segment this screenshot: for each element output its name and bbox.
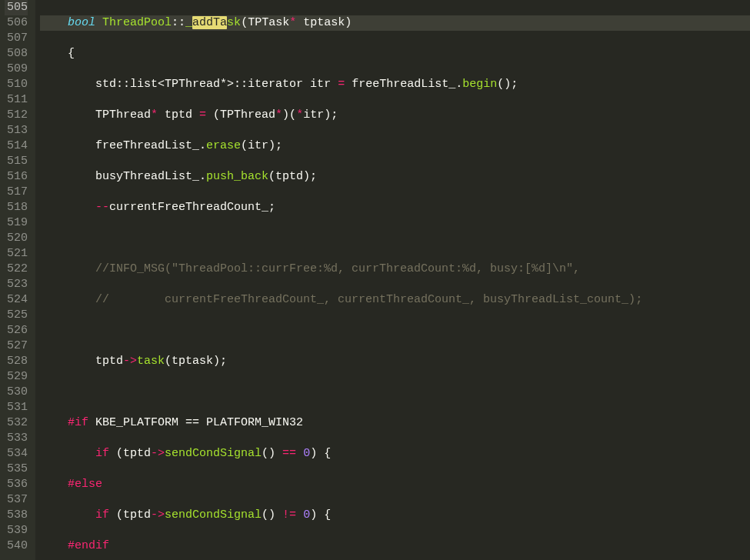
- code-line[interactable]: [40, 323, 750, 338]
- line-number: 537: [5, 492, 28, 508]
- comment: // currentFreeThreadCount_, currentThrea…: [40, 293, 642, 306]
- line-number: 523: [5, 277, 28, 292]
- code-line[interactable]: [40, 385, 750, 400]
- line-number: 510: [5, 77, 28, 92]
- line-number: 520: [5, 231, 28, 246]
- fn-begin: begin: [462, 78, 497, 91]
- keyword-bool: bool: [68, 16, 95, 29]
- line-number: 506: [5, 15, 28, 31]
- line-number: 505: [5, 0, 28, 15]
- code-line[interactable]: #else: [40, 477, 750, 492]
- params2: tptask): [296, 16, 352, 29]
- line-number: 507: [5, 31, 28, 46]
- line-number: 540: [5, 538, 28, 554]
- code-editor[interactable]: 5055065075085095105115125135145155165175…: [0, 0, 750, 560]
- params: (TPTask: [241, 16, 289, 29]
- line-number: 524: [5, 292, 28, 308]
- code-line[interactable]: if (tptd->sendCondSignal() != 0) {: [40, 508, 750, 523]
- line-number: 538: [5, 508, 28, 523]
- line-number: 532: [5, 415, 28, 431]
- line-number: 521: [5, 246, 28, 262]
- line-number: 526: [5, 323, 28, 338]
- preproc-else: #else: [68, 478, 102, 491]
- line-number: 529: [5, 369, 28, 385]
- fn-erase: erase: [206, 139, 241, 152]
- fn-prefix: _: [185, 16, 192, 29]
- preproc-if: #if: [68, 416, 88, 429]
- code-line[interactable]: busyThreadList_.push_back(tptd);: [40, 169, 750, 185]
- line-number: 535: [5, 462, 28, 477]
- line-number: 516: [5, 169, 28, 185]
- preproc-endif: #endif: [68, 539, 109, 552]
- line-number: 528: [5, 354, 28, 369]
- line-number: 517: [5, 185, 28, 200]
- line-number: 527: [5, 338, 28, 354]
- line-number-gutter: 5055065075085095105115125135145155165175…: [0, 0, 35, 560]
- keyword-if: if: [95, 447, 109, 460]
- line-number: 522: [5, 262, 28, 277]
- line-number: 519: [5, 215, 28, 231]
- line-number: 508: [5, 46, 28, 62]
- comment: //INFO_MSG("ThreadPool::currFree:%d, cur…: [40, 262, 580, 275]
- fn-pushback: push_back: [206, 170, 268, 183]
- fn-sendcond: sendCondSignal: [165, 508, 262, 522]
- class-name: ThreadPool: [95, 16, 172, 29]
- code-line[interactable]: [40, 231, 750, 246]
- line-number: 534: [5, 446, 28, 462]
- code-line[interactable]: //INFO_MSG("ThreadPool::currFree:%d, cur…: [40, 262, 750, 277]
- line-number: 515: [5, 154, 28, 169]
- line-number: 536: [5, 477, 28, 492]
- code-line[interactable]: std::list<TPThread*>::iterator itr = fre…: [40, 77, 750, 92]
- line-number: 513: [5, 123, 28, 138]
- code-area[interactable]: bool ThreadPool::_addTask(TPTask* tptask…: [35, 0, 750, 560]
- code-line[interactable]: #if KBE_PLATFORM == PLATFORM_WIN32: [40, 415, 750, 431]
- code-line[interactable]: bool ThreadPool::_addTask(TPTask* tptask…: [40, 15, 750, 31]
- brace: {: [40, 47, 75, 60]
- scope-op: ::: [172, 16, 185, 29]
- line-number: 509: [5, 62, 28, 77]
- line-number: 539: [5, 523, 28, 538]
- code-line[interactable]: {: [40, 46, 750, 62]
- line-number: 533: [5, 431, 28, 446]
- line-number: 530: [5, 385, 28, 400]
- code-line[interactable]: if (tptd->sendCondSignal() == 0) {: [40, 446, 750, 462]
- fn-task: task: [137, 355, 165, 368]
- line-number: 514: [5, 138, 28, 154]
- line-number: 525: [5, 308, 28, 323]
- code-line[interactable]: freeThreadList_.erase(itr);: [40, 138, 750, 154]
- line-number: 531: [5, 400, 28, 415]
- code-line[interactable]: // currentFreeThreadCount_, currentThrea…: [40, 292, 750, 308]
- search-match: addTa: [192, 16, 227, 29]
- fn-sendcond: sendCondSignal: [165, 447, 262, 460]
- keyword-if: if: [95, 508, 109, 522]
- ptr-star: *: [289, 16, 296, 29]
- code-line[interactable]: #endif: [40, 538, 750, 554]
- code-line[interactable]: --currentFreeThreadCount_;: [40, 200, 750, 215]
- line-number: 512: [5, 108, 28, 123]
- fn-rest: sk: [227, 16, 241, 29]
- line-number: 511: [5, 92, 28, 108]
- code-line[interactable]: TPThread* tptd = (TPThread*)(*itr);: [40, 108, 750, 123]
- code-line[interactable]: tptd->task(tptask);: [40, 354, 750, 369]
- line-number: 518: [5, 200, 28, 215]
